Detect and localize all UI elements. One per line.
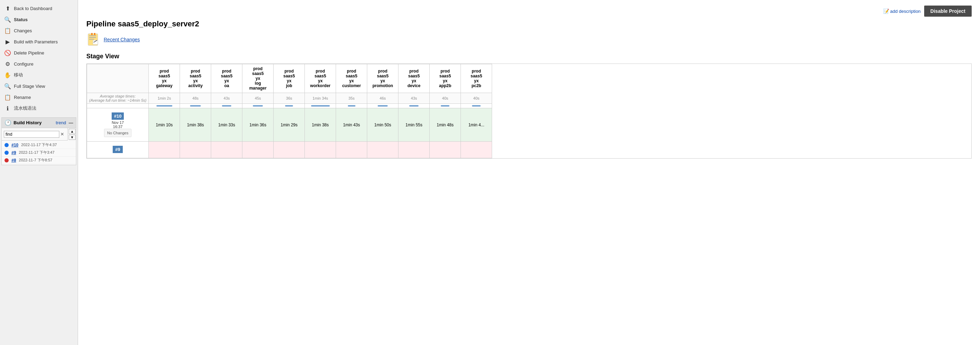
page-title: Pipeline saas5_deploy_server2 xyxy=(86,19,972,29)
build-date1: Nov 17 xyxy=(112,120,124,125)
move-label: 移动 xyxy=(14,72,23,78)
build-stage-cell: 1min 55s xyxy=(398,108,430,142)
progress-bar-cell xyxy=(336,104,367,108)
build-rows-tbody: #10Nov 1716:37No Changes1min 10s1min 38s… xyxy=(87,108,492,158)
trend-controls: trend — xyxy=(56,120,73,125)
stage-header-prod-saas5-yx-device: prodsaas5yxdevice xyxy=(398,64,430,93)
scroll-buttons: ▲ ▼ xyxy=(67,128,76,141)
sidebar-item-rename[interactable]: 📋Rename xyxy=(0,92,78,103)
progress-bar-cell xyxy=(211,104,242,108)
avg-time-cell: 40s xyxy=(430,93,461,104)
recent-changes-row: Recent Changes xyxy=(86,33,972,46)
search-bar: ✕ xyxy=(2,128,67,141)
avg-time-cell: 48s xyxy=(180,93,211,104)
avg-time-cell: 43s xyxy=(211,93,242,104)
build-date: 2022-11-17 下午3:47 xyxy=(19,150,54,155)
stage-header-prod-saas5-yx-job: prodsaas5yxjob xyxy=(274,64,305,93)
sidebar-item-configure[interactable]: ⚙Configure xyxy=(0,58,78,69)
build-with-parameters-label: Build with Parameters xyxy=(14,39,57,45)
build-stage-cell xyxy=(305,142,336,158)
sidebar-item-build-with-parameters[interactable]: ▶Build with Parameters xyxy=(0,36,78,47)
full-stage-view-icon: 🔍 xyxy=(4,83,11,89)
progress-bar-cell xyxy=(430,104,461,108)
build-history-title-row: 🕐 Build History xyxy=(5,120,41,126)
progress-bar-cell xyxy=(367,104,398,108)
search-scroll-row: ✕ ▲ ▼ xyxy=(2,128,76,141)
notepad-icon xyxy=(86,33,100,46)
build-stage-cell: 1min 50s xyxy=(367,108,398,142)
build-link[interactable]: #9 xyxy=(11,150,16,155)
build-stage-cell: 1min 43s xyxy=(336,108,367,142)
configure-label: Configure xyxy=(14,61,33,67)
build-date: 2022-11-7 下午8:57 xyxy=(19,158,52,163)
clear-search-button[interactable]: ✕ xyxy=(59,131,65,137)
build-stage-cell: 1min 4... xyxy=(461,108,492,142)
avg-time-cell: 40s xyxy=(461,93,492,104)
sidebar-item-back-to-dashboard[interactable]: ⬆Back to Dashboard xyxy=(0,3,78,14)
build-stage-cell xyxy=(461,142,492,158)
trend-link[interactable]: trend xyxy=(56,120,66,125)
build-history-section: 🕐 Build History trend — ✕ ▲ ▼ #102022-11… xyxy=(2,117,76,165)
svg-rect-5 xyxy=(94,33,95,35)
changes-label: Changes xyxy=(14,28,32,34)
avg-time-row: Average stage times: (Average full run t… xyxy=(87,93,492,104)
progress-bar-cell xyxy=(398,104,430,108)
progress-bar-cell xyxy=(242,104,274,108)
configure-icon: ⚙ xyxy=(4,61,11,67)
build-link[interactable]: #10 xyxy=(11,143,18,147)
build-row: #10Nov 1716:37No Changes1min 10s1min 38s… xyxy=(87,108,492,142)
progress-bar-cell xyxy=(461,104,492,108)
delete-pipeline-icon: 🚫 xyxy=(4,49,11,56)
sidebar-item-move[interactable]: ✋移动 xyxy=(0,69,78,80)
avg-label-cell: Average stage times: (Average full run t… xyxy=(87,93,149,104)
stage-header-prod-saas5-yx-log-manager: prodsaas5yxlogmanager xyxy=(242,64,274,93)
stage-header-prod-saas5-yx-activity: prodsaas5yxactivity xyxy=(180,64,211,93)
progress-bar-cell xyxy=(274,104,305,108)
build-id-badge[interactable]: #9 xyxy=(113,146,123,153)
sidebar-item-full-stage-view[interactable]: 🔍Full Stage View xyxy=(0,80,78,92)
build-stage-cell xyxy=(430,142,461,158)
stage-header-prod-saas5-yx-oa: prodsaas5yxoa xyxy=(211,64,242,93)
sidebar-nav: ⬆Back to Dashboard🔍Status📋Changes▶Build … xyxy=(0,3,78,114)
build-date: 2022-11-17 下午4:37 xyxy=(21,142,57,147)
build-history-header: 🕐 Build History trend — xyxy=(2,118,76,128)
build-stage-cell: 1min 48s xyxy=(430,108,461,142)
avg-time-cell: 43s xyxy=(398,93,430,104)
build-stage-cell xyxy=(180,142,211,158)
scroll-up-button[interactable]: ▲ xyxy=(68,129,76,134)
build-stage-cell: 1min 29s xyxy=(274,108,305,142)
rename-icon: 📋 xyxy=(4,94,11,101)
build-stage-cell: 1min 38s xyxy=(180,108,211,142)
build-list-item: #82022-11-7 下午8:57 xyxy=(2,157,76,164)
back-to-dashboard-icon: ⬆ xyxy=(4,5,11,12)
pipeline-syntax-label: 流水线语法 xyxy=(14,105,37,112)
build-stage-cell xyxy=(242,142,274,158)
build-link[interactable]: #8 xyxy=(11,158,16,163)
add-description-link[interactable]: 📝 add description xyxy=(883,8,921,14)
sidebar-item-pipeline-syntax[interactable]: ℹ流水线语法 xyxy=(0,103,78,114)
build-stage-cell xyxy=(274,142,305,158)
sidebar-item-status[interactable]: 🔍Status xyxy=(0,14,78,25)
build-status-dot xyxy=(5,158,9,163)
build-id-container: #10Nov 1716:37No Changes xyxy=(88,111,147,139)
sidebar: ⬆Back to Dashboard🔍Status📋Changes▶Build … xyxy=(0,0,78,345)
sidebar-item-changes[interactable]: 📋Changes xyxy=(0,25,78,36)
move-icon: ✋ xyxy=(4,72,11,78)
build-id-badge[interactable]: #10 xyxy=(112,112,124,120)
build-stage-cell xyxy=(149,142,180,158)
full-stage-view-label: Full Stage View xyxy=(14,84,45,89)
changes-icon: 📋 xyxy=(4,27,11,34)
build-stage-cell xyxy=(367,142,398,158)
recent-changes-link[interactable]: Recent Changes xyxy=(104,37,140,42)
avg-time-cell: 1min 2s xyxy=(149,93,180,104)
scroll-down-button[interactable]: ▼ xyxy=(68,135,76,140)
status-icon: 🔍 xyxy=(4,16,11,23)
disable-project-button[interactable]: Disable Project xyxy=(924,6,972,17)
build-stage-cell xyxy=(336,142,367,158)
build-stage-cell: 1min 38s xyxy=(305,108,336,142)
avg-time-cell: 1min 34s xyxy=(305,93,336,104)
search-input[interactable] xyxy=(4,131,59,138)
progress-empty xyxy=(87,104,149,108)
progress-bar-cell xyxy=(180,104,211,108)
sidebar-item-delete-pipeline[interactable]: 🚫Delete Pipeline xyxy=(0,47,78,58)
